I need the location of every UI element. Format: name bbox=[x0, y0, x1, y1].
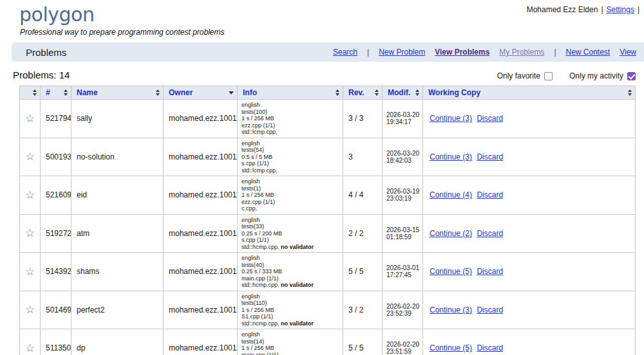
filters: Only favorite Only my activity bbox=[497, 71, 636, 80]
discard-link[interactable]: Discard bbox=[477, 305, 503, 314]
problem-revision: 5 / 5 bbox=[343, 329, 383, 355]
continue-link[interactable]: Continue (5) bbox=[430, 267, 472, 276]
working-copy-cell: Continue (5) Discard bbox=[423, 253, 636, 291]
column-header-favorite[interactable] bbox=[20, 86, 41, 100]
nav-link-my-problems[interactable]: My Problems bbox=[499, 48, 544, 57]
problem-modified: 2026-03-2018:42:03 bbox=[383, 138, 423, 176]
problem-revision: 3 / 3 bbox=[343, 100, 383, 138]
discard-link[interactable]: Discard bbox=[477, 152, 503, 161]
column-header-info[interactable]: Info bbox=[238, 86, 343, 100]
problem-name: atm bbox=[71, 214, 164, 253]
problem-revision: 3 / 2 bbox=[343, 291, 383, 329]
continue-link[interactable]: Continue (5) bbox=[430, 343, 472, 352]
filter-dropdown-icon[interactable] bbox=[229, 91, 234, 95]
sort-icon[interactable] bbox=[375, 89, 379, 96]
problem-info: englishtests(40)0.25 s / 333 MBmain.cpp … bbox=[238, 253, 343, 291]
problem-owner: mohamed.ezz.10011 bbox=[164, 100, 238, 138]
favorite-star-icon[interactable]: ☆ bbox=[25, 150, 35, 163]
continue-link[interactable]: Continue (4) bbox=[430, 190, 472, 199]
nav-link-new-contest[interactable]: New Contest bbox=[566, 48, 611, 57]
favorite-cell: ☆ bbox=[20, 138, 41, 176]
table-row: ☆ 501469 perfect2 mohamed.ezz.10011 engl… bbox=[20, 291, 636, 329]
column-header-id[interactable]: # bbox=[41, 86, 71, 100]
problem-owner: mohamed.ezz.10011 bbox=[164, 253, 238, 291]
favorite-star-icon[interactable]: ☆ bbox=[25, 266, 35, 278]
table-toolbar: Problems: 14 Only favorite Only my activ… bbox=[13, 69, 636, 80]
problems-table: #NameOwnerInfoRev.Modif.Working Copy ☆ 5… bbox=[19, 86, 636, 355]
problem-info: englishtests(54)0.5 s / 5 MBs.cpp (1/1)s… bbox=[238, 138, 343, 176]
discard-link[interactable]: Discard bbox=[477, 267, 503, 276]
continue-link[interactable]: Continue (3) bbox=[430, 114, 472, 123]
separator: | bbox=[601, 5, 603, 14]
problem-id: 519272 bbox=[41, 214, 71, 253]
problem-modified: 2026-02-2023:52:39 bbox=[383, 291, 423, 329]
sort-icon[interactable] bbox=[33, 89, 37, 96]
nav-link-view[interactable]: View bbox=[620, 48, 636, 57]
nav-link-view-problems[interactable]: View Problems bbox=[435, 48, 489, 57]
problem-id: 501469 bbox=[41, 291, 71, 329]
table-row: ☆ 511350 dp mohamed.ezz.10011 englishtes… bbox=[20, 329, 636, 355]
problem-id: 500193 bbox=[41, 138, 71, 176]
table-row: ☆ 521794 sally mohamed.ezz.10011 english… bbox=[20, 100, 636, 138]
polygon-logo: polygon bbox=[19, 4, 94, 26]
problem-info: englishtests(100)1 s / 256 MBezz.cpp (1/… bbox=[238, 100, 343, 138]
only-my-activity-checkbox[interactable] bbox=[627, 72, 636, 80]
discard-link[interactable]: Discard bbox=[477, 190, 503, 199]
sort-icon[interactable] bbox=[64, 89, 68, 96]
favorite-star-icon[interactable]: ☆ bbox=[25, 113, 35, 125]
problem-owner: mohamed.ezz.10011 bbox=[164, 176, 238, 215]
continue-link[interactable]: Continue (3) bbox=[430, 305, 472, 314]
sort-icon[interactable] bbox=[415, 89, 419, 96]
favorite-star-icon[interactable]: ☆ bbox=[25, 189, 35, 201]
problem-name: dp bbox=[71, 329, 164, 355]
only-favorite-label: Only favorite bbox=[497, 71, 540, 80]
favorite-star-icon[interactable]: ☆ bbox=[25, 227, 35, 239]
problem-modified: 2026-03-1501:18:59 bbox=[383, 214, 423, 253]
only-favorite-checkbox[interactable] bbox=[544, 72, 553, 80]
problem-owner: mohamed.ezz.10011 bbox=[164, 138, 238, 176]
nav-link-search[interactable]: Search bbox=[333, 48, 357, 57]
favorite-star-icon[interactable]: ☆ bbox=[25, 304, 35, 316]
column-label: Modif. bbox=[388, 88, 413, 97]
problem-name: sally bbox=[71, 100, 164, 138]
problem-name: no-solution bbox=[71, 138, 164, 176]
problem-id: 511350 bbox=[41, 329, 71, 355]
favorite-star-icon[interactable]: ☆ bbox=[25, 342, 35, 354]
continue-link[interactable]: Continue (3) bbox=[430, 152, 472, 161]
column-header-name[interactable]: Name bbox=[71, 86, 164, 100]
main-navbar: Problems Search|New ProblemView Problems… bbox=[12, 42, 644, 62]
column-header-working-copy[interactable]: Working Copy bbox=[423, 86, 636, 100]
tagline: Professional way to prepare programming … bbox=[20, 28, 644, 37]
problem-info: englishtests(14)1 s / 256 MBmain.cpp (1/… bbox=[238, 329, 343, 355]
settings-link[interactable]: Settings bbox=[607, 5, 634, 14]
discard-link[interactable]: Discard bbox=[477, 343, 503, 352]
problem-modified: 2026-03-0117:27:45 bbox=[383, 253, 423, 291]
problem-owner: mohamed.ezz.10011 bbox=[164, 214, 238, 253]
only-my-activity-filter: Only my activity bbox=[569, 71, 636, 80]
nav-link-new-problem[interactable]: New Problem bbox=[379, 48, 425, 57]
page-title: Problems bbox=[26, 47, 66, 58]
problem-id: 514392 bbox=[41, 253, 71, 291]
problem-info: englishtests(33)0.25 s / 200 MBs.cpp (1/… bbox=[238, 214, 343, 253]
column-label: Owner bbox=[169, 88, 229, 97]
nav-separator: | bbox=[554, 48, 556, 57]
continue-link[interactable]: Continue (2) bbox=[430, 229, 472, 238]
only-my-activity-label: Only my activity bbox=[569, 71, 623, 80]
discard-link[interactable]: Discard bbox=[477, 114, 503, 123]
column-header-rev[interactable]: Rev. bbox=[343, 86, 383, 100]
working-copy-cell: Continue (5) Discard bbox=[423, 329, 636, 355]
working-copy-cell: Continue (3) Discard bbox=[423, 100, 636, 138]
table-row: ☆ 514392 shams mohamed.ezz.10011 english… bbox=[20, 253, 636, 291]
sort-icon[interactable] bbox=[336, 89, 339, 96]
table-header-row: #NameOwnerInfoRev.Modif.Working Copy bbox=[20, 86, 636, 100]
problem-info: englishtests(110)1 s / 256 MBS1.cpp (1/1… bbox=[238, 291, 343, 329]
problem-revision: 5 / 5 bbox=[343, 253, 383, 291]
discard-link[interactable]: Discard bbox=[477, 229, 503, 238]
page-header: polygon Mohamed Ezz Elden|Settings| bbox=[0, 0, 644, 26]
column-header-modif[interactable]: Modif. bbox=[383, 86, 423, 100]
separator: | bbox=[638, 5, 639, 14]
sort-icon[interactable] bbox=[628, 89, 632, 96]
favorite-cell: ☆ bbox=[20, 176, 41, 215]
sort-icon[interactable] bbox=[156, 89, 160, 96]
column-header-owner[interactable]: Owner bbox=[164, 86, 238, 100]
